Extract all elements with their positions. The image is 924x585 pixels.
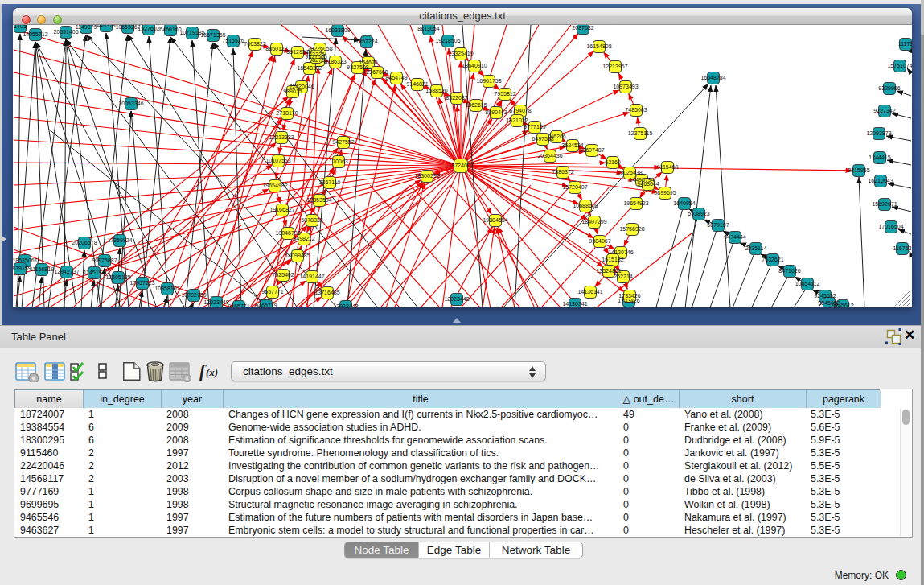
svg-text:1640954: 1640954 — [673, 200, 695, 206]
svg-text:1733426: 1733426 — [618, 293, 640, 299]
svg-text:18535061: 18535061 — [13, 257, 38, 263]
svg-text:8990443: 8990443 — [485, 109, 507, 115]
svg-text:15720407: 15720407 — [562, 184, 587, 190]
svg-text:10782759: 10782759 — [181, 292, 206, 298]
svg-text:16210643: 16210643 — [868, 178, 893, 183]
svg-text:13524851: 13524851 — [596, 268, 621, 274]
svg-text:1588520: 1588520 — [425, 88, 447, 93]
svg-text:20053346: 20053346 — [118, 101, 143, 106]
svg-text:17359924: 17359924 — [107, 237, 132, 243]
svg-text:9465771: 9465771 — [228, 303, 249, 307]
svg-text:7955812: 7955812 — [494, 91, 515, 97]
svg-text:14136341: 14136341 — [562, 301, 587, 307]
svg-text:62160: 62160 — [605, 159, 621, 165]
svg-text:12353594: 12353594 — [306, 197, 331, 203]
svg-text:8813054: 8813054 — [417, 26, 439, 31]
svg-text:12213967: 12213967 — [602, 64, 627, 69]
svg-text:3267110: 3267110 — [319, 179, 341, 185]
svg-text:7632621: 7632621 — [762, 257, 783, 262]
svg-text:7625402: 7625402 — [272, 272, 294, 278]
svg-text:15692971: 15692971 — [872, 201, 897, 207]
svg-text:16033809: 16033809 — [325, 27, 350, 33]
svg-text:7515526: 7515526 — [222, 38, 244, 43]
svg-text:9245052: 9245052 — [818, 300, 840, 306]
svg-text:12023448: 12023448 — [444, 296, 469, 302]
svg-text:20206578: 20206578 — [72, 240, 97, 245]
svg-text:(x): (x) — [206, 366, 218, 378]
svg-text:12942737: 12942737 — [54, 269, 79, 274]
svg-text:9465779: 9465779 — [255, 303, 277, 307]
svg-text:252214: 252214 — [614, 274, 632, 279]
svg-text:18300295: 18300295 — [414, 173, 439, 179]
svg-text:1405: 1405 — [14, 25, 27, 29]
svg-text:1145194: 1145194 — [84, 270, 105, 275]
svg-text:9329966: 9329966 — [878, 85, 900, 91]
svg-text:16961758: 16961758 — [476, 78, 501, 84]
svg-text:16648784: 16648784 — [700, 75, 725, 80]
svg-text:8322037: 8322037 — [446, 95, 467, 101]
svg-text:9384067: 9384067 — [589, 238, 610, 244]
svg-text:5878332: 5878332 — [301, 217, 322, 223]
svg-text:8860123: 8860123 — [265, 46, 287, 51]
svg-text:12923448: 12923448 — [333, 303, 358, 307]
svg-text:18407299: 18407299 — [581, 219, 606, 225]
svg-text:16154808: 16154808 — [586, 43, 611, 49]
svg-text:116753: 116753 — [893, 245, 912, 251]
svg-text:14120746: 14120746 — [608, 249, 633, 255]
svg-text:9777169: 9777169 — [524, 124, 545, 130]
svg-text:90975887: 90975887 — [92, 257, 117, 263]
svg-text:10653267: 10653267 — [115, 25, 140, 30]
svg-text:7386372: 7386372 — [552, 169, 573, 175]
svg-text:14136141: 14136141 — [577, 289, 602, 295]
svg-text:8454749: 8454749 — [385, 75, 407, 80]
svg-text:11173: 11173 — [898, 41, 912, 47]
svg-text:1244415: 1244415 — [869, 154, 890, 160]
svg-text:9474444: 9474444 — [724, 234, 745, 240]
svg-text:11156819: 11156819 — [30, 266, 54, 272]
svg-text:9115460: 9115460 — [657, 164, 679, 170]
svg-text:12375115: 12375115 — [628, 130, 653, 136]
svg-text:23226058: 23226058 — [307, 46, 332, 51]
svg-text:989015: 989015 — [283, 89, 302, 94]
svg-text:2367608: 2367608 — [366, 69, 388, 75]
svg-text:6794078: 6794078 — [509, 108, 531, 113]
svg-text:12505135: 12505135 — [105, 274, 130, 280]
svg-text:7857224: 7857224 — [355, 39, 377, 44]
svg-text:14099485: 14099485 — [285, 253, 310, 258]
svg-text:15756928: 15756928 — [619, 226, 644, 232]
svg-text:7663822: 7663822 — [244, 41, 265, 47]
svg-text:12213383: 12213383 — [269, 134, 294, 140]
svg-text:3215955: 3215955 — [848, 167, 869, 173]
svg-text:18640910: 18640910 — [462, 63, 487, 68]
svg-text:16543382: 16543382 — [297, 65, 322, 71]
svg-text:19654982: 19654982 — [262, 183, 287, 188]
svg-text:10607487: 10607487 — [579, 147, 604, 153]
svg-text:1621022: 1621022 — [506, 117, 528, 123]
svg-text:15751074: 15751074 — [887, 63, 912, 68]
svg-text:2087682: 2087682 — [572, 25, 593, 31]
svg-text:9657771: 9657771 — [261, 289, 283, 295]
svg-text:13716485: 13716485 — [314, 290, 339, 295]
svg-text:20691406: 20691406 — [53, 29, 78, 35]
svg-text:9146821: 9146821 — [406, 81, 428, 87]
svg-text:20364436: 20364436 — [537, 153, 562, 159]
svg-text:746266: 746266 — [547, 134, 565, 139]
svg-text:10688609: 10688609 — [573, 203, 598, 208]
svg-text:1615132: 1615132 — [602, 257, 623, 262]
svg-text:6466160: 6466160 — [159, 27, 181, 32]
svg-text:2718170: 2718170 — [276, 110, 298, 116]
svg-text:9427552: 9427552 — [332, 139, 354, 145]
svg-text:16671355: 16671355 — [200, 32, 225, 38]
svg-text:10107553: 10107553 — [265, 158, 290, 163]
svg-text:170063: 170063 — [329, 159, 347, 164]
svg-text:10654112: 10654112 — [795, 281, 820, 286]
svg-text:19384554: 19384554 — [483, 217, 507, 223]
svg-text:19218506: 19218506 — [435, 38, 460, 43]
svg-text:17016504: 17016504 — [878, 224, 903, 229]
svg-text:2935114: 2935114 — [745, 245, 767, 251]
svg-text:10046708: 10046708 — [275, 230, 300, 236]
svg-text:18724007: 18724007 — [448, 163, 473, 168]
svg-text:5938923: 5938923 — [688, 211, 709, 216]
svg-text:14191447: 14191447 — [299, 274, 324, 279]
svg-text:1362615: 1362615 — [465, 102, 487, 108]
